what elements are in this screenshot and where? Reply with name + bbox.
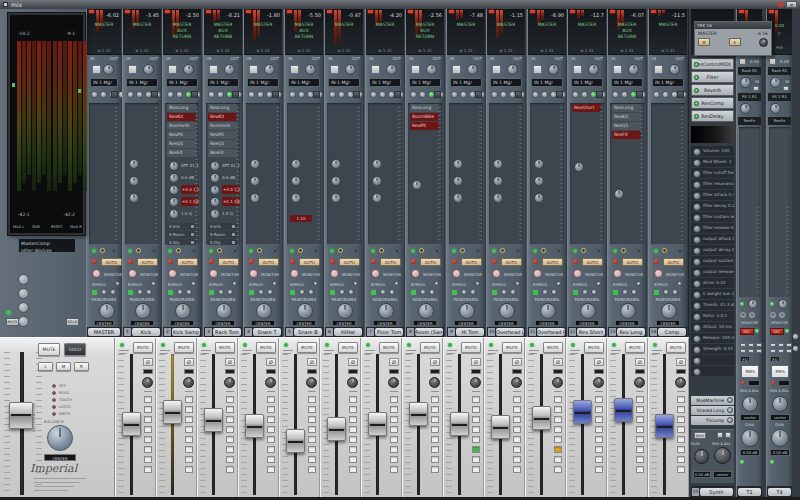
send-knob[interactable] (412, 180, 422, 190)
routing-checkbox[interactable] (513, 446, 521, 453)
edit-button[interactable] (232, 91, 239, 98)
input-routing-display[interactable]: IN 1 Mgr (207, 78, 239, 87)
eq-active-led[interactable] (209, 290, 214, 295)
fader-cap[interactable] (614, 398, 633, 422)
read-led[interactable] (290, 249, 294, 253)
edit-button[interactable] (434, 91, 441, 98)
routing-checkbox[interactable] (185, 456, 193, 463)
eq-active-led[interactable] (371, 290, 376, 295)
routing-checkbox[interactable] (677, 426, 685, 433)
bypass-knob[interactable] (596, 281, 601, 286)
edit-button[interactable] (556, 91, 563, 98)
mute-button[interactable] (491, 91, 498, 98)
clip-led[interactable] (327, 10, 332, 13)
fader-cap[interactable] (573, 400, 592, 424)
input-routing-display[interactable]: IN 1 Mgr (166, 78, 198, 87)
routing-checkbox[interactable] (431, 416, 439, 423)
gain-knob[interactable] (183, 64, 194, 75)
routing-checkbox[interactable] (349, 426, 357, 433)
mute-button[interactable]: MUTE (543, 342, 563, 353)
routing-checkbox[interactable] (554, 456, 562, 463)
output-routing[interactable]: MASTER (488, 22, 524, 28)
routing-checkbox[interactable] (185, 406, 193, 413)
write-led[interactable] (379, 248, 384, 253)
routing-checkbox[interactable] (554, 416, 562, 423)
write-led[interactable] (257, 248, 262, 253)
eq-active-led[interactable] (290, 290, 295, 295)
routing-checkbox[interactable] (349, 436, 357, 443)
solo-button[interactable] (136, 91, 143, 98)
fader-cap[interactable] (368, 412, 387, 436)
gain-knob[interactable] (548, 64, 559, 75)
gain-knob[interactable] (224, 64, 235, 75)
automation-led-touch[interactable] (52, 398, 56, 402)
pan-knob[interactable] (388, 377, 399, 388)
routing-checkbox[interactable] (472, 416, 480, 423)
insert-slot[interactable]: RevShort (572, 104, 601, 112)
send-knob[interactable] (291, 193, 301, 203)
input-button[interactable] (209, 65, 218, 74)
mute-button[interactable] (127, 91, 134, 98)
input-button[interactable] (533, 65, 542, 74)
link-knob[interactable] (622, 289, 628, 295)
routing-checkbox[interactable] (595, 426, 603, 433)
write-led[interactable] (581, 248, 586, 253)
send-knob[interactable] (129, 193, 139, 203)
bypass-knob[interactable] (515, 281, 520, 286)
routing-checkbox[interactable] (554, 466, 562, 473)
pan-knob[interactable] (418, 303, 434, 319)
gain-knob[interactable] (771, 429, 789, 447)
routing-checkbox[interactable] (472, 406, 480, 413)
fader-cap[interactable] (163, 400, 182, 424)
eq-active-led[interactable] (452, 290, 457, 295)
pan-knob[interactable] (742, 396, 758, 412)
rms-button[interactable]: RMS (741, 365, 759, 378)
parameter-row[interactable]: drive: 0.42 (691, 278, 734, 288)
routing-checkbox[interactable] (308, 466, 316, 473)
parameter-row[interactable]: Attack: 50 ms (691, 322, 734, 332)
pan-knob[interactable] (429, 377, 440, 388)
send-slot[interactable]: S-Dly (208, 239, 237, 245)
mute-button[interactable]: MUTE (420, 342, 440, 353)
rms-button[interactable]: RMS (771, 365, 789, 378)
clip-led[interactable] (368, 10, 373, 13)
edit-button[interactable] (677, 91, 684, 98)
rack-insert-slot[interactable]: ResControlMIDI (691, 58, 734, 70)
record-led[interactable] (613, 259, 618, 264)
gain-knob[interactable] (741, 429, 759, 447)
routing-checkbox[interactable] (677, 416, 685, 423)
routing-checkbox[interactable] (636, 406, 644, 413)
input-button[interactable] (290, 65, 299, 74)
input-button[interactable] (411, 65, 420, 74)
auto-button[interactable]: AUTO (218, 258, 239, 266)
write-led[interactable] (338, 248, 343, 253)
gain-knob[interactable] (694, 449, 709, 464)
insert-slot[interactable]: RevKit (612, 113, 641, 121)
bypass-knob[interactable] (394, 281, 399, 286)
master-insert-knob[interactable] (18, 274, 29, 285)
routing-checkbox[interactable] (513, 416, 521, 423)
parameter-row[interactable]: filter release 0.28 (691, 223, 734, 233)
gain-knob[interactable] (386, 64, 397, 75)
meter-caption[interactable]: RESET (51, 225, 63, 229)
eq-knob[interactable] (210, 209, 220, 219)
send-knob[interactable] (493, 159, 503, 169)
record-button[interactable]: REC (770, 328, 784, 335)
clip-led[interactable] (165, 10, 170, 13)
input-routing-display[interactable]: IN 1 Mgr (328, 78, 360, 87)
eq-knob[interactable] (210, 185, 220, 195)
pan-knob[interactable] (470, 377, 481, 388)
record-led[interactable] (128, 259, 133, 264)
master-mode-button-L[interactable]: L (38, 362, 53, 371)
insert-slot[interactable]: ResFlt (612, 131, 641, 139)
gain-knob[interactable] (143, 64, 154, 75)
channel-name[interactable]: Comp (658, 328, 686, 336)
send-knob[interactable] (372, 193, 382, 203)
auto-button[interactable]: AUTO (137, 258, 158, 266)
pan-knob[interactable] (306, 377, 317, 388)
write-led[interactable] (662, 248, 667, 253)
input-routing-display[interactable]: IN 1 Mgr (126, 78, 158, 87)
record-led[interactable] (411, 259, 416, 264)
mute-button[interactable]: M (770, 312, 776, 318)
routing-checkbox[interactable] (185, 436, 193, 443)
